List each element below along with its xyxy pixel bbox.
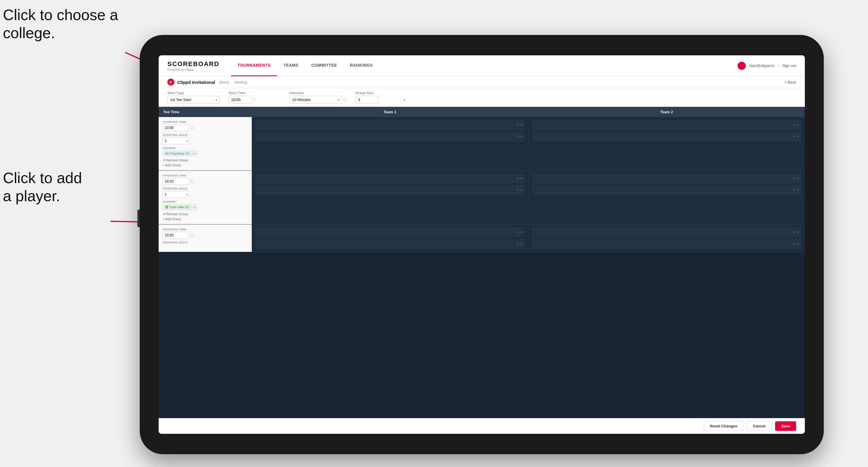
group-2-starting-time: STARTING TIME: ⓘ <box>163 174 247 185</box>
chevron-icon[interactable]: ▾ <box>797 123 799 127</box>
player-slot[interactable]: ✕ ▾ <box>532 185 801 195</box>
group-2-course-tag[interactable]: 🌿 East Lake GC × ▾ <box>163 204 247 210</box>
group-3-time-input[interactable] <box>163 232 189 239</box>
x-icon[interactable]: ✕ <box>793 123 796 127</box>
start-type-group: Start Type 1st Tee Start <box>167 91 220 104</box>
tab-committee[interactable]: COMMITTEE <box>305 55 344 76</box>
group-2-left: STARTING TIME: ⓘ STARTING HOLE: 1 <box>159 170 252 224</box>
group-1-course: COURSE: (A) Peachtree GC × ▾ <box>163 147 247 156</box>
breadcrumb: C Clippd Invitational (Men) Hosting < Ba… <box>159 76 805 88</box>
player-slot[interactable]: ✕ ▾ <box>255 239 525 249</box>
scoreboard-logo: SCOREBOARD Powered by clippd <box>167 60 219 71</box>
x-icon[interactable]: ✕ <box>793 188 796 192</box>
group-1-time-input[interactable] <box>163 124 189 131</box>
chevron-icon[interactable]: ▾ <box>521 188 522 192</box>
event-name: Clippd Invitational <box>177 80 215 85</box>
tab-tournaments[interactable]: TOURNAMENTS <box>231 55 277 76</box>
save-button[interactable]: Save <box>775 421 796 431</box>
x-icon[interactable]: ✕ <box>516 177 519 181</box>
tab-rankings[interactable]: RANKINGS <box>343 55 379 76</box>
col-tee-time: Tee Time <box>159 107 252 117</box>
chevron-icon[interactable]: ▾ <box>797 134 799 138</box>
x-icon[interactable]: ✕ <box>516 242 519 246</box>
group-size-select[interactable]: 3 <box>355 96 379 104</box>
chevron-icon[interactable]: ▾ <box>521 123 522 127</box>
cancel-button[interactable]: Cancel <box>747 421 772 431</box>
player-slot[interactable]: ✕ ▾ <box>255 227 525 237</box>
chevron-icon[interactable]: ▾ <box>521 134 522 138</box>
x-icon[interactable]: ✕ <box>516 188 519 192</box>
table-row: STARTING TIME: ⓘ STARTING HOLE: ✕ ▾ <box>159 224 805 252</box>
group-3-left: STARTING TIME: ⓘ STARTING HOLE: <box>159 224 252 252</box>
chevron-icon[interactable]: ▾ <box>797 230 799 235</box>
group-2-team1: ✕ ▾ ✕ ▾ <box>252 170 528 224</box>
start-time-input[interactable] <box>228 96 252 104</box>
chevron-icon[interactable]: ▾ <box>797 188 799 192</box>
time-info-icon-3: ⓘ <box>190 233 193 238</box>
x-icon[interactable]: ✕ <box>793 230 796 235</box>
group-2-course: COURSE: 🌿 East Lake GC × ▾ <box>163 200 247 210</box>
intervals-info-icon: ⓘ <box>343 97 347 102</box>
x-icon[interactable]: ✕ <box>516 134 519 138</box>
player-slot[interactable]: ✕ ▾ <box>255 120 525 130</box>
chevron-icon[interactable]: ▾ <box>521 177 522 181</box>
group-3-team1: ✕ ▾ ✕ ▾ <box>252 224 528 252</box>
intervals-select[interactable]: 10 Minutes <box>290 96 342 104</box>
chevron-icon[interactable]: ▾ <box>797 242 799 246</box>
start-type-label: Start Type <box>167 91 220 95</box>
x-icon[interactable]: ✕ <box>793 177 796 181</box>
group-3-team2: ✕ ▾ ✕ ▾ <box>528 224 805 252</box>
group-2-time-input[interactable] <box>163 178 189 185</box>
table-header: Tee Time Team 1 Team 2 <box>159 107 805 117</box>
x-icon[interactable]: ✕ <box>793 134 796 138</box>
chevron-icon[interactable]: ▾ <box>797 177 799 181</box>
nav-user: blair@clippd.io | Sign out <box>738 62 796 70</box>
add-group-2[interactable]: + Add Group <box>163 217 247 221</box>
start-time-info-icon: ⓘ <box>253 97 256 102</box>
x-icon[interactable]: ✕ <box>516 230 519 235</box>
player-slot[interactable]: ✕ ▾ <box>255 174 525 183</box>
user-email: blair@clippd.io <box>749 63 774 68</box>
group-3-starting-time: STARTING TIME: ⓘ <box>163 228 247 239</box>
x-icon[interactable]: ✕ <box>516 123 519 127</box>
player-slot[interactable]: ✕ ▾ <box>532 239 801 249</box>
back-button[interactable]: < Back <box>784 80 796 85</box>
group-size-label: Group Size <box>355 91 408 95</box>
sign-out-link[interactable]: Sign out <box>782 63 796 68</box>
player-slot[interactable]: ✕ ▾ <box>532 120 801 130</box>
group-2-hole-select-wrap: 1 <box>163 191 189 198</box>
remove-group-1[interactable]: ↺ Remove Group <box>163 158 247 162</box>
intervals-group: Intervals 10 Minutes ⓘ <box>290 91 347 104</box>
chevron-icon[interactable]: ▾ <box>521 230 522 235</box>
group-1-team1: ✕ ▾ ✕ ▾ <box>252 117 528 170</box>
annotation-add-player: Click to add a player. <box>3 169 82 205</box>
table-row: STARTING TIME: ⓘ STARTING HOLE: 1 <box>159 117 805 170</box>
remove-group-2[interactable]: ↺ Remove Group <box>163 212 247 216</box>
player-slot[interactable]: ✕ ▾ <box>532 174 801 183</box>
group-1-starting-time: STARTING TIME: ⓘ <box>163 121 247 131</box>
group-1-course-tag[interactable]: (A) Peachtree GC × ▾ <box>163 151 247 156</box>
settings-row: Start Type 1st Tee Start Start Time ⓘ In… <box>159 88 805 107</box>
remove-course-2[interactable]: × <box>191 206 193 209</box>
player-slot[interactable]: ✕ ▾ <box>255 132 525 142</box>
start-type-select[interactable]: 1st Tee Start <box>167 96 220 104</box>
intervals-select-wrap: 10 Minutes <box>290 96 342 104</box>
breadcrumb-logo: C <box>167 79 174 86</box>
player-slot[interactable]: ✕ ▾ <box>255 185 525 195</box>
course-chevron-1: ▾ <box>194 152 196 155</box>
tab-teams[interactable]: TEAMS <box>277 55 305 76</box>
remove-course-1[interactable]: × <box>191 152 193 155</box>
add-group-1[interactable]: + Add Group <box>163 163 247 167</box>
group-2-starting-hole: STARTING HOLE: 1 <box>163 187 247 198</box>
player-slot[interactable]: ✕ ▾ <box>532 132 801 142</box>
reset-button[interactable]: Reset Changes <box>704 421 743 431</box>
group-2-hole-select[interactable]: 1 <box>163 191 189 198</box>
time-info-icon: ⓘ <box>190 125 193 130</box>
chevron-icon[interactable]: ▾ <box>521 242 522 246</box>
player-slot[interactable]: ✕ ▾ <box>532 227 801 237</box>
intervals-label: Intervals <box>290 91 347 95</box>
group-1-team2: ✕ ▾ ✕ ▾ <box>528 117 805 170</box>
x-icon[interactable]: ✕ <box>793 242 796 246</box>
group-1-hole-select[interactable]: 1 <box>163 137 189 145</box>
logo-title: SCOREBOARD <box>167 60 219 68</box>
